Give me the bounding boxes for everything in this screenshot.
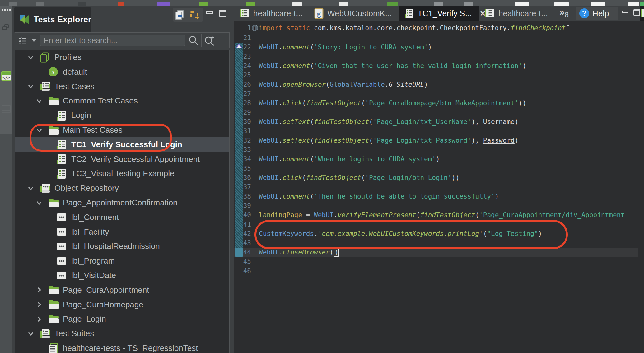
tests-explorer-tab[interactable]: Tests Explorer — [14, 7, 91, 32]
toolbar-icon — [78, 2, 86, 6]
advanced-search-icon[interactable] — [204, 35, 215, 46]
search-icon[interactable] — [188, 35, 199, 46]
svg-text:x: x — [51, 68, 55, 75]
toolbar-icon — [199, 2, 208, 6]
folded-region-icon[interactable] — [567, 25, 569, 31]
code-line[interactable]: 45 — [234, 257, 644, 266]
search-input[interactable] — [40, 35, 185, 46]
tab-overflow-indicator[interactable]: »8 — [559, 7, 569, 19]
chevron-down-icon[interactable] — [27, 185, 40, 192]
tree-item[interactable]: xdefault — [15, 65, 229, 79]
code-line[interactable]: 31 — [234, 126, 644, 136]
restore-windows-icon[interactable] — [2, 24, 9, 30]
web-element-icon — [56, 242, 69, 251]
tree-item[interactable]: Page_Login — [15, 312, 229, 326]
editor-tab[interactable]: healthcare-t... — [479, 6, 541, 21]
tree-item[interactable]: Test Cases — [15, 79, 229, 94]
line-number: 43 — [234, 238, 251, 248]
tree-item[interactable]: Page_CuraHomepage — [15, 297, 229, 312]
web-element-icon — [56, 227, 69, 236]
line-number: 45 — [234, 257, 251, 266]
tree-item[interactable]: Test Suites — [15, 326, 229, 341]
test-suite-icon — [48, 343, 60, 353]
tree-item-label: Page_CuraAppointment — [63, 285, 149, 295]
code-line[interactable]: 35 — [234, 164, 644, 173]
toolbar-icon — [118, 2, 124, 6]
fold-expand-icon[interactable]: + — [252, 25, 258, 31]
code-line[interactable]: 28WebUI.click(findTestObject('Page_CuraH… — [234, 99, 644, 108]
collapse-all-icon[interactable] — [175, 10, 185, 20]
line-number: 1 — [234, 23, 251, 33]
code-line[interactable]: 40landingPage = WebUI.verifyElementPrese… — [234, 210, 644, 220]
line-number: 40 — [234, 210, 251, 220]
editor-tab[interactable]: healthcare-t... — [234, 6, 309, 21]
tree-item[interactable]: Login — [15, 108, 229, 123]
code-line[interactable]: 24WebUI.comment('Given that the user has… — [234, 61, 644, 71]
maximize-panel-icon[interactable] — [219, 10, 226, 17]
code-line[interactable]: 30WebUI.setText(findTestObject('Page_Log… — [234, 117, 644, 126]
chevron-right-icon[interactable] — [35, 301, 48, 308]
line-number: 21 — [234, 33, 251, 43]
tree-item[interactable]: TC3_Visual Testing Example — [15, 166, 229, 181]
filter-checklist-icon[interactable] — [18, 36, 27, 45]
code-line[interactable]: 26WebUI.openBrowser(GlobalVariable.G_Sit… — [234, 80, 644, 89]
tree-item[interactable]: lbl_Program — [15, 254, 229, 268]
chevron-down-icon[interactable] — [35, 97, 48, 105]
tree-item[interactable]: lbl_VisitDate — [15, 268, 229, 283]
tree-item[interactable]: TC2_Verify Successful Appointment — [15, 152, 229, 167]
tree-item[interactable]: healthcare-tests - TS_RegressionTest — [15, 341, 229, 353]
tree-item-label: Test Cases — [54, 82, 95, 91]
code-editor[interactable]: 1+import static com.kms.katalon.core.che… — [234, 21, 644, 353]
chevron-down-icon[interactable] — [35, 199, 48, 207]
code-line[interactable]: 22WebUI.comment('Story: Login to CURA sy… — [234, 43, 644, 52]
tree-search-bar — [15, 32, 230, 48]
minimize-panel-icon[interactable] — [206, 11, 213, 14]
line-number: 33 — [234, 145, 251, 154]
line-number: 32 — [234, 136, 251, 145]
chevron-right-icon[interactable] — [35, 286, 48, 294]
editor-tab-active[interactable]: TC1_Verify S...× — [399, 6, 479, 21]
chevron-down-icon[interactable] — [27, 83, 40, 90]
web-perspective-icon[interactable]: </> — [1, 71, 11, 81]
tree-item[interactable]: lbl_Comment — [15, 210, 229, 225]
grid-perspective-icon[interactable] — [2, 105, 11, 113]
tree-item[interactable]: Profiles — [15, 50, 229, 65]
code-line[interactable]: 38WebUI.comment('Then he should be able … — [234, 192, 644, 201]
code-line[interactable]: 25 — [234, 71, 644, 80]
maximize-editor-icon[interactable] — [633, 9, 640, 16]
code-line[interactable]: 46 — [234, 266, 644, 276]
minimize-editor-icon[interactable] — [622, 11, 628, 13]
toolbar-icon — [9, 2, 17, 6]
line-number: 35 — [234, 164, 251, 173]
editor-tab[interactable]: gWebUICustomK... — [309, 6, 399, 21]
perspective-rail: </> — [0, 6, 12, 353]
chevron-right-icon[interactable] — [35, 315, 48, 323]
editor-tab-label: healthcare-t... — [253, 9, 303, 18]
code-line[interactable]: 32WebUI.setText(findTestObject('Page_Log… — [234, 136, 644, 145]
code-line[interactable]: 1+import static com.kms.katalon.core.che… — [234, 23, 644, 33]
tree-item[interactable]: Object Repository — [15, 181, 229, 195]
code-line[interactable]: 27 — [234, 89, 644, 99]
code-text: landingPage = WebUI.verifyElementPresent… — [259, 210, 625, 220]
partial-tab-stub[interactable] — [640, 6, 644, 21]
code-line[interactable]: 39 — [234, 201, 644, 210]
tree-item[interactable]: Page_AppointmentConfirmation — [15, 195, 229, 210]
tree-item[interactable]: Common Test Cases — [15, 94, 229, 108]
code-line[interactable]: 33 — [234, 145, 644, 154]
help-button[interactable]: ? Help — [576, 7, 618, 20]
code-line[interactable]: 23 — [234, 52, 644, 61]
tree-item[interactable]: Page_CuraAppointment — [15, 283, 229, 297]
code-line[interactable]: 36WebUI.click(findTestObject('Page_Login… — [234, 173, 644, 182]
main-toolbar-strip — [0, 0, 644, 6]
chevron-down-icon[interactable] — [27, 330, 40, 337]
code-line[interactable]: 37 — [234, 182, 644, 192]
code-line[interactable]: 21 — [234, 33, 644, 43]
filter-dropdown-icon[interactable] — [31, 39, 36, 42]
code-line[interactable]: 34WebUI.comment('When he logins to CURA … — [234, 154, 644, 164]
code-line[interactable]: 29 — [234, 108, 644, 117]
toolbar-icon — [36, 2, 44, 6]
link-with-editor-icon[interactable] — [189, 9, 200, 21]
tree-item[interactable]: lbl_HospitalReadmission — [15, 239, 229, 254]
chevron-down-icon[interactable] — [27, 54, 40, 61]
tree-item[interactable]: lbl_Facility — [15, 225, 229, 239]
